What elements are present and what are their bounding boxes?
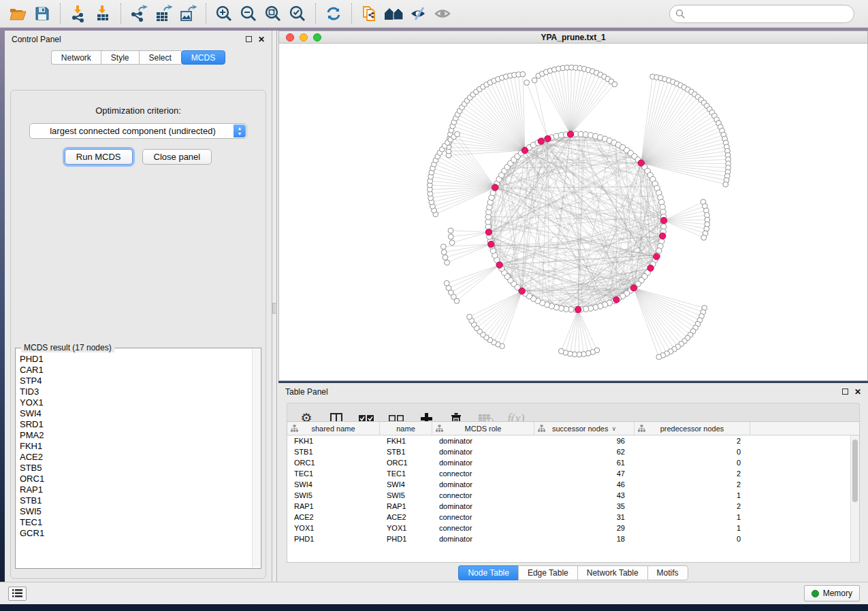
table-row[interactable]: ORC1ORC1dominator610 [287,457,850,468]
column-header-MCDS-role[interactable]: MCDS role [432,422,534,435]
mcds-dominator-node[interactable] [496,262,502,268]
mcds-result-item[interactable]: GCR1 [20,528,252,539]
cell-shared-name[interactable]: TEC1 [287,468,380,479]
column-header-shared-name[interactable]: shared name [287,422,380,435]
table-row[interactable]: RAP1RAP1dominator352 [287,501,850,512]
table-scrollbar-thumb[interactable] [852,440,858,502]
mcds-dominator-node[interactable] [613,297,620,303]
cell-predecessor-nodes[interactable]: 2 [634,435,750,446]
cell-successor-nodes[interactable]: 18 [534,533,634,544]
mcds-result-item[interactable]: SWI4 [20,408,252,419]
export-table-button[interactable] [151,2,176,25]
cell-shared-name[interactable]: RAP1 [287,501,380,512]
mcds-result-item[interactable]: PMA2 [20,430,252,441]
tab-select[interactable]: Select [139,50,181,65]
leaf-node[interactable] [448,234,453,240]
table-row[interactable]: ACE2ACE2connector311 [287,512,850,523]
cell-name[interactable]: ACE2 [380,512,432,523]
cell-successor-nodes[interactable]: 31 [534,512,634,523]
mcds-result-item[interactable]: STB5 [20,463,252,474]
mcds-dominator-node[interactable] [485,229,492,235]
cell-successor-nodes[interactable]: 29 [534,523,634,533]
zoom-fit-button[interactable] [261,2,285,25]
mcds-result-item[interactable]: RAP1 [20,484,252,495]
tab-edge-table[interactable]: Edge Table [518,565,577,580]
copy-style-button[interactable] [357,2,382,25]
cell-name[interactable]: FKH1 [380,435,432,446]
cell-shared-name[interactable]: ORC1 [287,457,380,468]
table-row[interactable]: FKH1FKH1dominator962 [287,435,850,446]
column-header-successor-nodes[interactable]: successor nodes∨ [534,422,634,435]
mcds-result-item[interactable]: PHD1 [20,354,252,365]
cell-successor-nodes[interactable]: 43 [534,490,634,501]
network-titlebar[interactable]: YPA_prune.txt_1 [279,31,867,44]
mcds-result-list[interactable]: PHD1CAR1STP4TID3YOX1SWI4SRD1PMA2FKH1ACE2… [20,354,252,567]
tab-style[interactable]: Style [101,50,139,65]
import-network-button[interactable] [66,2,91,25]
table-row[interactable]: TEC1TEC1connector472 [287,468,850,479]
mcds-result-item[interactable]: TID3 [20,386,252,397]
tab-node-table[interactable]: Node Table [458,565,518,580]
leaf-node[interactable] [448,228,453,233]
cell-predecessor-nodes[interactable]: 2 [634,468,750,479]
mcds-result-item[interactable]: CAR1 [20,365,252,376]
network-analyzer-button[interactable] [382,2,406,25]
mcds-dominator-node[interactable] [638,160,644,166]
leaf-node[interactable] [558,348,564,354]
leaf-node[interactable] [455,131,460,137]
mcds-dominator-node[interactable] [567,131,573,137]
memory-button[interactable]: Memory [804,585,860,601]
column-header-name[interactable]: name [380,422,432,435]
close-panel-icon[interactable]: ✕ [258,35,265,44]
vertical-splitter[interactable] [272,31,278,582]
mcds-dominator-node[interactable] [660,217,666,223]
mcds-dominator-node[interactable] [630,285,637,291]
mcds-result-item[interactable]: SWI5 [20,506,252,517]
leaf-node[interactable] [443,254,448,260]
tab-network[interactable]: Network [51,50,101,65]
mcds-result-item[interactable]: FKH1 [20,441,252,452]
tab-motifs[interactable]: Motifs [647,565,688,580]
leaf-node[interactable] [701,235,707,240]
mcds-result-item[interactable]: ORC1 [20,474,252,484]
leaf-node[interactable] [723,182,728,187]
cell-predecessor-nodes[interactable]: 0 [634,446,750,457]
zoom-selected-button[interactable] [285,2,310,25]
mcds-dominator-node[interactable] [545,135,551,142]
mcds-dominator-node[interactable] [521,148,528,154]
table-row[interactable]: SWI5SWI5connector431 [287,490,850,501]
table-scrollbar[interactable] [850,435,859,562]
cell-successor-nodes[interactable]: 47 [534,468,634,479]
cell-MCDS-role[interactable]: connector [432,490,534,501]
cell-MCDS-role[interactable]: dominator [432,435,534,446]
mcds-dominator-node[interactable] [575,306,581,312]
cell-name[interactable]: YOX1 [380,523,432,533]
import-table-button[interactable] [91,2,115,25]
mcds-dominator-node[interactable] [519,288,525,294]
mcds-result-item[interactable]: STB1 [20,495,252,506]
leaf-node[interactable] [520,71,526,77]
mcds-dominator-node[interactable] [488,241,494,247]
cell-shared-name[interactable]: YOX1 [287,523,380,533]
mcds-result-item[interactable]: YOX1 [20,397,252,408]
cell-name[interactable]: PHD1 [380,533,432,544]
close-table-panel-icon[interactable]: ✕ [854,387,861,397]
leaf-node[interactable] [441,250,447,255]
cell-MCDS-role[interactable]: dominator [432,479,534,490]
mcds-dominator-node[interactable] [492,184,498,191]
table-row[interactable]: PHD1PHD1dominator180 [287,533,850,544]
mcds-result-item[interactable]: STP4 [20,376,252,386]
cell-MCDS-role[interactable]: dominator [432,533,534,544]
cell-name[interactable]: RAP1 [380,501,432,512]
leaf-node[interactable] [444,280,449,286]
zoom-in-button[interactable] [212,2,236,25]
leaf-node[interactable] [467,314,472,320]
show-all-button[interactable] [431,2,455,25]
search-input[interactable] [669,5,854,23]
network-graph-canvas[interactable] [279,44,867,380]
mcds-result-item[interactable]: ACE2 [20,452,252,463]
table-row[interactable]: SWI4SWI4dominator462 [287,479,850,490]
cell-MCDS-role[interactable]: dominator [432,446,534,457]
cell-shared-name[interactable]: FKH1 [287,435,380,446]
table-row[interactable]: STB1STB1dominator620 [287,446,850,457]
